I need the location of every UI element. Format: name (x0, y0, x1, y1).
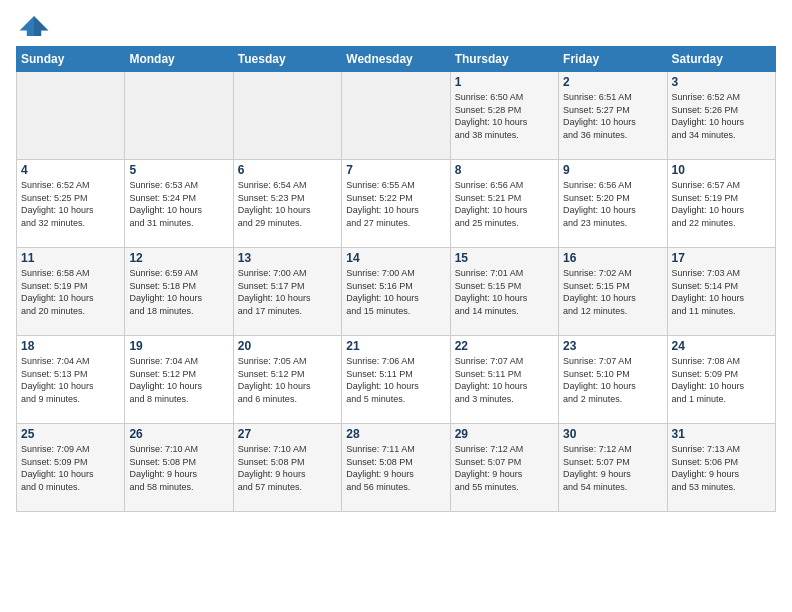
calendar-cell: 30Sunrise: 7:12 AMSunset: 5:07 PMDayligh… (559, 424, 667, 512)
day-number: 5 (129, 163, 228, 177)
calendar-cell (233, 72, 341, 160)
calendar-cell: 9Sunrise: 6:56 AMSunset: 5:20 PMDaylight… (559, 160, 667, 248)
day-number: 22 (455, 339, 554, 353)
calendar-cell: 8Sunrise: 6:56 AMSunset: 5:21 PMDaylight… (450, 160, 558, 248)
day-of-week-header: Sunday (17, 47, 125, 72)
calendar-cell: 16Sunrise: 7:02 AMSunset: 5:15 PMDayligh… (559, 248, 667, 336)
logo (16, 12, 56, 40)
calendar-cell: 14Sunrise: 7:00 AMSunset: 5:16 PMDayligh… (342, 248, 450, 336)
day-number: 24 (672, 339, 771, 353)
calendar-cell: 29Sunrise: 7:12 AMSunset: 5:07 PMDayligh… (450, 424, 558, 512)
day-number: 20 (238, 339, 337, 353)
day-info: Sunrise: 7:00 AMSunset: 5:16 PMDaylight:… (346, 267, 445, 317)
day-number: 12 (129, 251, 228, 265)
day-number: 25 (21, 427, 120, 441)
day-info: Sunrise: 7:10 AMSunset: 5:08 PMDaylight:… (238, 443, 337, 493)
calendar-header: SundayMondayTuesdayWednesdayThursdayFrid… (17, 47, 776, 72)
day-number: 29 (455, 427, 554, 441)
day-number: 17 (672, 251, 771, 265)
day-number: 4 (21, 163, 120, 177)
day-info: Sunrise: 6:53 AMSunset: 5:24 PMDaylight:… (129, 179, 228, 229)
day-number: 23 (563, 339, 662, 353)
day-info: Sunrise: 7:10 AMSunset: 5:08 PMDaylight:… (129, 443, 228, 493)
day-number: 21 (346, 339, 445, 353)
day-info: Sunrise: 7:13 AMSunset: 5:06 PMDaylight:… (672, 443, 771, 493)
day-number: 3 (672, 75, 771, 89)
page: SundayMondayTuesdayWednesdayThursdayFrid… (0, 0, 792, 612)
day-number: 14 (346, 251, 445, 265)
day-number: 8 (455, 163, 554, 177)
calendar-cell: 11Sunrise: 6:58 AMSunset: 5:19 PMDayligh… (17, 248, 125, 336)
calendar-cell: 5Sunrise: 6:53 AMSunset: 5:24 PMDaylight… (125, 160, 233, 248)
calendar-week-row: 1Sunrise: 6:50 AMSunset: 5:28 PMDaylight… (17, 72, 776, 160)
day-info: Sunrise: 6:52 AMSunset: 5:25 PMDaylight:… (21, 179, 120, 229)
day-number: 10 (672, 163, 771, 177)
calendar-table: SundayMondayTuesdayWednesdayThursdayFrid… (16, 46, 776, 512)
day-number: 11 (21, 251, 120, 265)
day-info: Sunrise: 7:00 AMSunset: 5:17 PMDaylight:… (238, 267, 337, 317)
calendar-cell: 25Sunrise: 7:09 AMSunset: 5:09 PMDayligh… (17, 424, 125, 512)
calendar-week-row: 4Sunrise: 6:52 AMSunset: 5:25 PMDaylight… (17, 160, 776, 248)
day-number: 27 (238, 427, 337, 441)
day-info: Sunrise: 7:02 AMSunset: 5:15 PMDaylight:… (563, 267, 662, 317)
calendar-cell: 20Sunrise: 7:05 AMSunset: 5:12 PMDayligh… (233, 336, 341, 424)
calendar-cell: 19Sunrise: 7:04 AMSunset: 5:12 PMDayligh… (125, 336, 233, 424)
day-info: Sunrise: 7:07 AMSunset: 5:11 PMDaylight:… (455, 355, 554, 405)
calendar-cell: 12Sunrise: 6:59 AMSunset: 5:18 PMDayligh… (125, 248, 233, 336)
calendar-cell: 23Sunrise: 7:07 AMSunset: 5:10 PMDayligh… (559, 336, 667, 424)
day-number: 28 (346, 427, 445, 441)
day-info: Sunrise: 6:54 AMSunset: 5:23 PMDaylight:… (238, 179, 337, 229)
day-info: Sunrise: 6:55 AMSunset: 5:22 PMDaylight:… (346, 179, 445, 229)
day-number: 19 (129, 339, 228, 353)
calendar-cell: 6Sunrise: 6:54 AMSunset: 5:23 PMDaylight… (233, 160, 341, 248)
calendar-cell: 17Sunrise: 7:03 AMSunset: 5:14 PMDayligh… (667, 248, 775, 336)
calendar-cell: 1Sunrise: 6:50 AMSunset: 5:28 PMDaylight… (450, 72, 558, 160)
day-info: Sunrise: 7:09 AMSunset: 5:09 PMDaylight:… (21, 443, 120, 493)
day-of-week-header: Thursday (450, 47, 558, 72)
calendar-cell: 10Sunrise: 6:57 AMSunset: 5:19 PMDayligh… (667, 160, 775, 248)
day-info: Sunrise: 7:03 AMSunset: 5:14 PMDaylight:… (672, 267, 771, 317)
day-number: 18 (21, 339, 120, 353)
calendar-cell: 21Sunrise: 7:06 AMSunset: 5:11 PMDayligh… (342, 336, 450, 424)
day-info: Sunrise: 6:50 AMSunset: 5:28 PMDaylight:… (455, 91, 554, 141)
day-info: Sunrise: 7:07 AMSunset: 5:10 PMDaylight:… (563, 355, 662, 405)
day-number: 2 (563, 75, 662, 89)
day-number: 26 (129, 427, 228, 441)
day-info: Sunrise: 6:59 AMSunset: 5:18 PMDaylight:… (129, 267, 228, 317)
calendar-cell (342, 72, 450, 160)
day-info: Sunrise: 7:05 AMSunset: 5:12 PMDaylight:… (238, 355, 337, 405)
calendar-week-row: 11Sunrise: 6:58 AMSunset: 5:19 PMDayligh… (17, 248, 776, 336)
day-info: Sunrise: 7:01 AMSunset: 5:15 PMDaylight:… (455, 267, 554, 317)
day-info: Sunrise: 7:12 AMSunset: 5:07 PMDaylight:… (455, 443, 554, 493)
day-info: Sunrise: 6:56 AMSunset: 5:21 PMDaylight:… (455, 179, 554, 229)
day-info: Sunrise: 7:08 AMSunset: 5:09 PMDaylight:… (672, 355, 771, 405)
calendar-cell: 7Sunrise: 6:55 AMSunset: 5:22 PMDaylight… (342, 160, 450, 248)
day-number: 9 (563, 163, 662, 177)
calendar-cell: 26Sunrise: 7:10 AMSunset: 5:08 PMDayligh… (125, 424, 233, 512)
day-number: 7 (346, 163, 445, 177)
day-number: 16 (563, 251, 662, 265)
day-number: 1 (455, 75, 554, 89)
calendar-cell: 31Sunrise: 7:13 AMSunset: 5:06 PMDayligh… (667, 424, 775, 512)
day-info: Sunrise: 6:56 AMSunset: 5:20 PMDaylight:… (563, 179, 662, 229)
calendar-cell: 27Sunrise: 7:10 AMSunset: 5:08 PMDayligh… (233, 424, 341, 512)
calendar-week-row: 25Sunrise: 7:09 AMSunset: 5:09 PMDayligh… (17, 424, 776, 512)
day-number: 13 (238, 251, 337, 265)
day-of-week-header: Saturday (667, 47, 775, 72)
day-info: Sunrise: 6:58 AMSunset: 5:19 PMDaylight:… (21, 267, 120, 317)
header (16, 12, 776, 40)
calendar-cell: 13Sunrise: 7:00 AMSunset: 5:17 PMDayligh… (233, 248, 341, 336)
day-info: Sunrise: 6:52 AMSunset: 5:26 PMDaylight:… (672, 91, 771, 141)
day-number: 15 (455, 251, 554, 265)
day-of-week-header: Wednesday (342, 47, 450, 72)
day-number: 6 (238, 163, 337, 177)
day-number: 31 (672, 427, 771, 441)
logo-icon (16, 12, 52, 40)
day-info: Sunrise: 7:04 AMSunset: 5:12 PMDaylight:… (129, 355, 228, 405)
calendar-cell: 3Sunrise: 6:52 AMSunset: 5:26 PMDaylight… (667, 72, 775, 160)
day-of-week-header: Friday (559, 47, 667, 72)
calendar-cell: 18Sunrise: 7:04 AMSunset: 5:13 PMDayligh… (17, 336, 125, 424)
calendar-cell: 22Sunrise: 7:07 AMSunset: 5:11 PMDayligh… (450, 336, 558, 424)
calendar-cell: 15Sunrise: 7:01 AMSunset: 5:15 PMDayligh… (450, 248, 558, 336)
calendar-cell: 24Sunrise: 7:08 AMSunset: 5:09 PMDayligh… (667, 336, 775, 424)
